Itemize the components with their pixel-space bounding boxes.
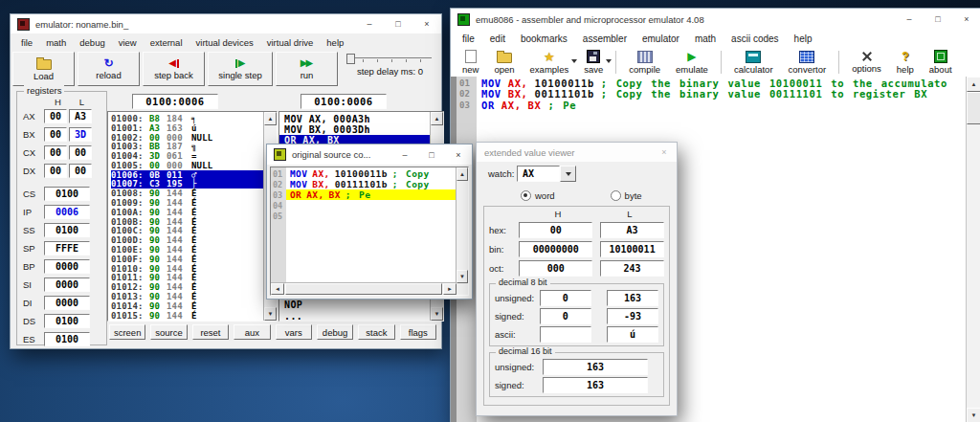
oct-l-value[interactable]: 243 — [600, 260, 664, 277]
emulator-menu-virtual-devices[interactable]: virtual devices — [189, 37, 260, 48]
unsigned-l-value[interactable]: 163 — [607, 290, 658, 306]
scroll-up-icon[interactable] — [457, 167, 468, 181]
source-line-03[interactable]: 03ORAX,BX; Pe — [457, 100, 967, 111]
memory-row[interactable]: 01011:90144É — [111, 274, 263, 283]
minimize-icon[interactable]: – — [895, 10, 924, 29]
register-dx-l[interactable]: 00 — [69, 164, 92, 178]
horizontal-scrollbar[interactable] — [271, 282, 457, 295]
debug-button[interactable]: debug — [317, 324, 353, 340]
vars-button[interactable]: vars — [276, 324, 312, 340]
memory-row[interactable]: 0100C:90144É — [111, 227, 263, 236]
aux-button[interactable]: aux — [234, 324, 270, 340]
save-button[interactable]: save — [576, 49, 611, 76]
main-titlebar[interactable]: emu8086 - assembler and microprocessor e… — [451, 9, 980, 30]
scroll-up-icon[interactable] — [431, 112, 443, 125]
emulator-menu-help[interactable]: help — [320, 37, 350, 48]
reload-button[interactable]: reload — [78, 52, 140, 86]
emulator-menu-external[interactable]: external — [144, 37, 189, 48]
memory-row[interactable]: 0100D:90144É — [111, 235, 263, 245]
memory-row[interactable]: 01010:90144É — [111, 264, 263, 274]
register-bx-h[interactable]: 00 — [44, 127, 67, 142]
main-menu-math[interactable]: math — [687, 33, 724, 44]
register-si[interactable]: 0000 — [44, 278, 90, 292]
register-bp[interactable]: 0000 — [44, 259, 90, 274]
emulator-menu-math[interactable]: math — [39, 37, 73, 48]
word-radio[interactable]: word — [521, 190, 555, 201]
options-button[interactable]: options — [844, 49, 889, 76]
source-line-01[interactable]: 01MOVAX,10100011b; Copy the binary value… — [457, 78, 967, 89]
about-button[interactable]: about — [922, 49, 960, 76]
memory-row[interactable]: 01007:C3195├ — [111, 180, 263, 189]
step-back-button[interactable]: ◀ step back — [143, 52, 205, 86]
emulator-menu-debug[interactable]: debug — [73, 37, 111, 48]
help-button[interactable]: ?help — [889, 49, 922, 76]
memory-row[interactable]: 01001:A3163ú — [111, 123, 263, 133]
memory-row[interactable]: 01005:00000NULL — [111, 161, 263, 170]
emulator-titlebar[interactable]: emulator: noname.bin_ – □ × — [11, 14, 441, 33]
memory-row[interactable]: 0100E:90144É — [111, 245, 263, 255]
open-button[interactable]: open — [486, 49, 522, 76]
source-line-02[interactable]: 02MOVBX,00111101b; Copy the binary value… — [457, 89, 967, 100]
single-step-button[interactable]: ▶ single step — [208, 52, 273, 86]
maximize-icon[interactable]: □ — [924, 10, 952, 29]
scrollbar-thumb[interactable] — [285, 283, 442, 295]
editor-scrollbar[interactable] — [966, 77, 980, 422]
source-button[interactable]: source — [150, 324, 187, 340]
reset-button[interactable]: reset — [192, 324, 229, 340]
scroll-up-icon[interactable] — [264, 112, 277, 125]
hex-l-value[interactable]: A3 — [600, 222, 664, 238]
register-ds[interactable]: 0100 — [44, 314, 90, 328]
calculator-button[interactable]: calculator — [726, 49, 781, 76]
load-button[interactable]: Load — [12, 52, 75, 86]
register-ss[interactable]: 0100 — [44, 223, 90, 237]
emulate-button[interactable]: ▶emulate — [668, 49, 716, 76]
register-es[interactable]: 0100 — [44, 332, 90, 346]
signed-16bit-value[interactable]: 163 — [543, 377, 648, 393]
main-menu-ascii-codes[interactable]: ascii codes — [724, 33, 786, 44]
register-ip[interactable]: 0006 — [44, 205, 90, 219]
disassembly-line[interactable]: MOV AX, 000A3h — [279, 114, 431, 124]
examples-button[interactable]: ★examples — [523, 49, 577, 76]
main-menu-help[interactable]: help — [787, 33, 820, 44]
flags-button[interactable]: flags — [400, 324, 436, 340]
register-ax-l[interactable]: A3 — [69, 109, 92, 123]
source-line-04[interactable]: 04 — [271, 200, 457, 211]
minimize-icon[interactable]: – — [391, 144, 418, 165]
source-line-02[interactable]: 02MOVBX,00111101b; Copy — [271, 179, 457, 189]
maximize-icon[interactable]: □ — [384, 14, 412, 33]
maximize-icon[interactable]: □ — [418, 144, 445, 165]
oct-h-value[interactable]: 000 — [519, 260, 592, 277]
minimize-icon[interactable]: – — [355, 14, 384, 33]
register-cs[interactable]: 0100 — [44, 187, 90, 201]
memory-row[interactable]: 0100A:90144É — [111, 208, 263, 217]
memory-row[interactable]: 0100B:90144É — [111, 217, 263, 227]
memory-row[interactable]: 01013:90144É — [111, 292, 263, 301]
disassembly-line[interactable]: MOV BX, 0003Dh — [279, 124, 431, 135]
disassembly-address-field[interactable]: 0100:0006 — [301, 94, 387, 109]
register-ax-h[interactable]: 00 — [44, 109, 67, 123]
unsigned-h-value[interactable]: 0 — [540, 290, 591, 306]
memory-row[interactable]: 01009:90144É — [111, 198, 263, 208]
emulator-menu-view[interactable]: view — [112, 37, 144, 48]
source-line-01[interactable]: 01MOVAX,10100011b; Copy — [271, 168, 457, 179]
memory-row[interactable]: 01012:90144É — [111, 282, 263, 292]
memory-row[interactable]: 01004:3D061= — [111, 151, 263, 161]
register-dx-h[interactable]: 00 — [44, 164, 67, 178]
scroll-down-icon[interactable] — [457, 270, 468, 283]
scrollbar-track[interactable] — [457, 181, 468, 270]
screen-button[interactable]: screen — [109, 324, 145, 340]
convertor-button[interactable]: convertor — [781, 49, 835, 76]
close-icon[interactable]: × — [445, 144, 472, 165]
bin-l-value[interactable]: 10100011 — [600, 241, 664, 257]
close-icon[interactable]: × — [412, 14, 441, 33]
scroll-right-icon[interactable] — [443, 283, 457, 295]
byte-radio[interactable]: byte — [611, 190, 642, 201]
watch-select[interactable]: AX — [517, 166, 576, 182]
chevron-down-icon[interactable] — [560, 166, 576, 182]
source-line-05[interactable]: 05 — [271, 211, 457, 221]
hex-h-value[interactable]: 00 — [519, 222, 592, 238]
register-di[interactable]: 0000 — [44, 296, 90, 310]
memory-panel[interactable]: 01000:B8184╕01001:A3163ú01002:00000NULL0… — [107, 111, 278, 322]
memory-row[interactable]: 01008:90144É — [111, 189, 263, 198]
memory-row[interactable]: 01015:90144É — [111, 311, 263, 321]
